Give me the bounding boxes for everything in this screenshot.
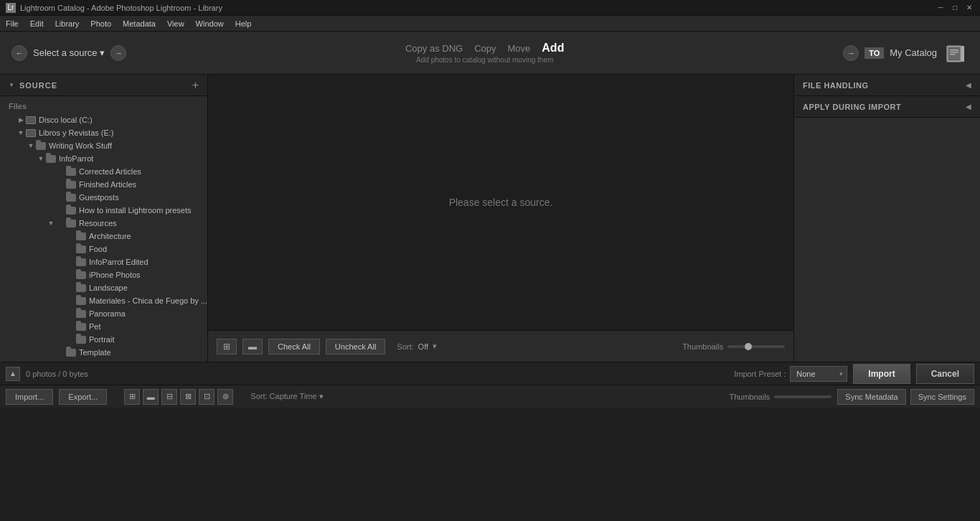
move-button[interactable]: Move <box>508 43 531 54</box>
add-button[interactable]: Add <box>542 42 564 55</box>
placeholder-text: Please select a source. <box>449 197 553 208</box>
tree-item-how-to-install[interactable]: How to install Lightroom presets <box>0 204 207 217</box>
uncheck-all-button[interactable]: Uncheck All <box>326 339 385 355</box>
compare-icon-button[interactable]: ⊟ <box>161 389 177 405</box>
tree-item-infoparrot-edited[interactable]: InfoParrot Edited <box>0 255 207 268</box>
title-text: Lr Lightroom Catalog - Adobe Photoshop L… <box>6 3 222 13</box>
tree-item-food[interactable]: Food <box>0 243 207 255</box>
tree-item-landscape[interactable]: Landscape <box>0 281 207 294</box>
menu-window[interactable]: Window <box>196 19 224 28</box>
library-thumbnail-slider[interactable] <box>774 395 831 398</box>
folder-icon-architecture <box>76 233 86 240</box>
import-button[interactable]: Import <box>853 364 910 384</box>
tree-item-architecture[interactable]: Architecture <box>0 230 207 243</box>
tree-item-infoparrot[interactable]: InfoParrot <box>0 152 207 165</box>
menu-help[interactable]: Help <box>235 19 252 28</box>
svg-rect-2 <box>950 50 958 51</box>
menu-metadata[interactable]: Metadata <box>123 19 156 28</box>
tree-item-writing-work-stuff[interactable]: Writing Work Stuff <box>0 139 207 152</box>
svg-rect-3 <box>950 52 958 53</box>
tree-item-guestposts[interactable]: Guestposts <box>0 191 207 204</box>
filmstrip-icon-button[interactable]: ▬ <box>143 389 159 405</box>
maximize-button[interactable]: □ <box>950 3 960 13</box>
menu-edit[interactable]: Edit <box>30 19 44 28</box>
preset-wrapper: None ▾ <box>790 366 847 382</box>
dest-arrow-icon: → <box>847 49 855 57</box>
file-handling-collapse-icon: ◀ <box>966 81 971 89</box>
sync-metadata-button[interactable]: Sync Metadata <box>837 389 905 405</box>
thumbnail-slider-handle[interactable] <box>745 343 752 350</box>
library-export-button[interactable]: Export... <box>59 389 107 405</box>
source-collapse-arrow[interactable]: ▼ <box>9 82 15 88</box>
folder-icon-panorama <box>76 310 86 318</box>
menu-library[interactable]: Library <box>55 19 80 28</box>
expand-arrow-icon: ▲ <box>9 370 17 377</box>
tree-item-materiales-chica[interactable]: Materiales - Chica de Fuego by ... <box>0 294 207 307</box>
window-controls: ─ □ ✕ <box>936 3 974 13</box>
import-preset-select[interactable]: None <box>790 366 847 382</box>
tree-item-pet[interactable]: Pet <box>0 320 207 333</box>
app-icon: Lr <box>6 3 16 13</box>
status-bar: ▲ 0 photos / 0 bytes Import Preset : Non… <box>0 362 980 385</box>
apply-during-import-header[interactable]: Apply During Import ◀ <box>794 96 980 118</box>
action-subtitle: Add photos to catalog without moving the… <box>416 56 553 64</box>
sync-settings-button[interactable]: Sync Settings <box>910 389 974 405</box>
tree-item-libros[interactable]: Libros y Revistas (E:) <box>0 126 207 139</box>
tree-item-portrait[interactable]: Portrait <box>0 333 207 346</box>
library-sort-label[interactable]: Sort: Capture Time ▾ <box>250 392 323 401</box>
map-icon-button[interactable]: ⊡ <box>199 389 215 405</box>
source-title-text: Source <box>19 81 57 90</box>
preset-label: Import Preset : <box>734 370 786 378</box>
detail-view-icon: ▬ <box>248 342 257 352</box>
back-button[interactable]: ← <box>11 45 27 61</box>
tree-arrow-infoparrot <box>36 155 46 162</box>
sort-value[interactable]: Off <box>418 342 428 351</box>
detail-view-button[interactable]: ▬ <box>242 339 263 355</box>
import-toolbar: ← Select a source ▾ → Copy as DNG Copy M… <box>0 32 980 75</box>
status-right: Import Preset : None ▾ Import Cancel <box>734 364 974 384</box>
library-thumbnails-area: Thumbnails <box>730 393 832 401</box>
menu-file[interactable]: File <box>6 19 19 28</box>
tree-item-corrected-articles[interactable]: Corrected Articles <box>0 165 207 178</box>
tree-label-iphone-photos: iPhone Photos <box>89 271 141 279</box>
apply-during-import-collapse-icon: ◀ <box>966 103 971 111</box>
tree-item-disco-local[interactable]: Disco local (C:) <box>0 113 207 126</box>
file-handling-header[interactable]: File Handling ◀ <box>794 75 980 96</box>
thumbnail-size-slider[interactable] <box>727 345 785 348</box>
cancel-button[interactable]: Cancel <box>916 364 974 384</box>
thumbnails-label: Thumbnails <box>682 342 723 351</box>
tree-item-finished-articles[interactable]: Finished Articles <box>0 178 207 191</box>
app-bottom-bar: Import... Export... ⊞ ▬ ⊟ ⊠ ⊡ ⊚ Sort: Ca… <box>0 385 980 408</box>
people-icon-button[interactable]: ⊚ <box>217 389 233 405</box>
title-label: Lightroom Catalog - Adobe Photoshop Ligh… <box>20 4 222 12</box>
menu-view[interactable]: View <box>167 19 184 28</box>
photo-count: 0 photos / 0 bytes <box>26 370 88 378</box>
menu-photo[interactable]: Photo <box>90 19 111 28</box>
catalog-name[interactable]: My Catalog <box>890 47 937 58</box>
copy-button[interactable]: Copy <box>474 43 496 54</box>
tree-label-panorama: Panorama <box>89 309 126 318</box>
dest-back-button[interactable]: → <box>843 45 859 61</box>
tree-item-iphone-photos[interactable]: iPhone Photos <box>0 268 207 281</box>
forward-button[interactable]: → <box>110 45 126 61</box>
expand-button[interactable]: ▲ <box>6 367 20 381</box>
tree-item-template[interactable]: Template <box>0 346 207 359</box>
library-import-button[interactable]: Import... <box>6 389 53 405</box>
forward-arrow-icon: → <box>115 49 123 57</box>
grid-view-button[interactable]: ⊞ <box>217 339 237 355</box>
folder-icon-finished-articles <box>66 181 76 189</box>
survey-icon-button[interactable]: ⊠ <box>180 389 196 405</box>
tree-arrow-disco-local <box>16 116 26 123</box>
tree-label-infoparrot: InfoParrot <box>59 154 93 163</box>
minimize-button[interactable]: ─ <box>936 3 946 13</box>
tree-label-landscape: Landscape <box>89 283 128 292</box>
close-button[interactable]: ✕ <box>964 3 974 13</box>
source-add-button[interactable]: + <box>192 80 199 91</box>
grid-icon-button[interactable]: ⊞ <box>124 389 140 405</box>
check-all-button[interactable]: Check All <box>268 339 320 355</box>
source-label[interactable]: Select a source ▾ <box>33 47 105 58</box>
tree-item-resources[interactable]: Resources <box>0 217 207 230</box>
source-panel-header: ▼ Source + <box>0 75 207 96</box>
tree-item-panorama[interactable]: Panorama <box>0 307 207 320</box>
copy-as-dng-button[interactable]: Copy as DNG <box>405 43 463 54</box>
